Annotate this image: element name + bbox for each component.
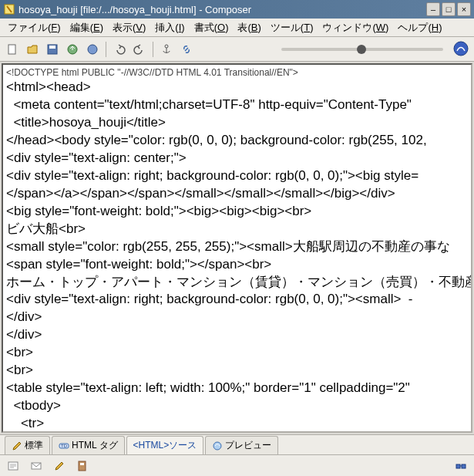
code-line: </head><body style="color: rgb(0, 0, 0);…	[6, 132, 468, 150]
status-mail-icon[interactable]	[28, 457, 45, 474]
svg-point-10	[213, 442, 221, 450]
preview-icon	[212, 441, 223, 451]
svg-rect-14	[80, 463, 84, 465]
status-compose-icon[interactable]	[5, 457, 22, 474]
minimize-button[interactable]: –	[426, 2, 440, 16]
tab-label: HTML タグ	[72, 439, 118, 452]
undo-button[interactable]	[110, 40, 129, 59]
code-line: <br>	[6, 344, 468, 362]
close-button[interactable]: ×	[457, 2, 471, 16]
svg-rect-15	[456, 464, 460, 468]
menu-insert[interactable]: 挿入(I)	[150, 19, 189, 36]
code-line: <div style="text-align: right; backgroun…	[6, 291, 468, 309]
code-line: <meta content="text/html;charset=UTF-8" …	[6, 96, 468, 114]
code-line: <big style="font-weight: bold;"><big><bi…	[6, 203, 468, 221]
menu-help[interactable]: ヘルプ(H)	[393, 19, 446, 36]
window-title: hosoya_houji [file:/.../hosoya_houji.htm…	[18, 4, 425, 15]
status-edit-icon[interactable]	[51, 457, 68, 474]
pencil-icon	[12, 441, 22, 451]
menubar: ファイル(F) 編集(E) 表示(V) 挿入(I) 書式(O) 表(B) ツール…	[0, 19, 474, 37]
link-button[interactable]	[177, 40, 196, 59]
code-line: <div style="text-align: right; backgroun…	[6, 167, 468, 185]
menu-table[interactable]: 表(B)	[233, 19, 265, 36]
bottom-tabs: 標準 TD HTML タグ <HTML>ソース プレビュー	[0, 434, 474, 454]
redo-button[interactable]	[130, 40, 149, 59]
tag-icon: TD	[59, 441, 69, 451]
svg-rect-3	[49, 46, 55, 49]
source-editor[interactable]: <!DOCTYPE html PUBLIC "-//W3C//DTD HTML …	[2, 63, 472, 433]
code-line: <br>	[6, 362, 468, 380]
browse-button[interactable]	[83, 40, 102, 59]
code-line: ビバ大船<br>	[6, 221, 468, 238]
tab-normal[interactable]: 標準	[5, 436, 50, 454]
save-button[interactable]	[43, 40, 62, 59]
menu-tools[interactable]: ツール(T)	[266, 19, 318, 36]
menu-format[interactable]: 書式(O)	[190, 19, 234, 36]
code-line: <span style="font-weight: bold;"></span>…	[6, 256, 468, 274]
tab-label: プレビュー	[225, 439, 271, 452]
code-line: <small style="color: rgb(255, 255, 255);…	[6, 238, 468, 256]
status-online-icon[interactable]	[452, 457, 469, 474]
slider-thumb[interactable]	[357, 45, 366, 54]
menu-view[interactable]: 表示(V)	[108, 19, 150, 36]
titlebar: hosoya_houji [file:/.../hosoya_houji.htm…	[0, 0, 474, 19]
toolbar-separator	[106, 42, 106, 57]
svg-point-7	[454, 42, 468, 56]
svg-text:TD: TD	[61, 444, 68, 448]
tab-label: 標準	[25, 439, 43, 452]
app-logo-icon	[452, 40, 469, 57]
statusbar	[0, 454, 474, 476]
code-line: <tbody>	[6, 397, 468, 415]
app-icon	[3, 3, 15, 15]
code-line: <table style="text-align: left; width: 1…	[6, 380, 468, 397]
open-button[interactable]	[23, 40, 42, 59]
tab-htmltags[interactable]: TD HTML タグ	[52, 436, 125, 454]
svg-point-6	[165, 45, 168, 48]
code-line: <title>hosoya_houji</title>	[6, 114, 468, 132]
toolbar	[0, 37, 474, 62]
status-addressbook-icon[interactable]	[74, 457, 91, 474]
tab-source[interactable]: <HTML>ソース	[126, 436, 204, 454]
code-line: <div style="text-align: center;">	[6, 150, 468, 167]
code-line: </span></a></span></span></small></small…	[6, 185, 468, 203]
menu-window[interactable]: ウィンドウ(W)	[318, 19, 393, 36]
menu-edit[interactable]: 編集(E)	[66, 19, 108, 36]
new-button[interactable]	[3, 40, 22, 59]
publish-button[interactable]	[63, 40, 82, 59]
code-line: </div>	[6, 326, 468, 344]
tab-preview[interactable]: プレビュー	[205, 436, 278, 454]
code-line: ホーム・トップ・アパート・マンション（賃貸）・マンション（売買）・不動産(売	[6, 274, 468, 292]
svg-point-5	[88, 45, 97, 54]
svg-rect-16	[462, 464, 466, 468]
tab-label: <HTML>ソース	[133, 439, 197, 452]
doctype-line: <!DOCTYPE html PUBLIC "-//W3C//DTD HTML …	[6, 66, 468, 79]
maximize-button[interactable]: □	[442, 2, 456, 16]
anchor-button[interactable]	[157, 40, 176, 59]
svg-rect-13	[79, 461, 86, 471]
menu-file[interactable]: ファイル(F)	[3, 19, 66, 36]
code-line: <html><head>	[6, 79, 468, 96]
code-line: <tr>	[6, 415, 468, 433]
toolbar-separator-2	[153, 42, 153, 57]
code-line: </div>	[6, 309, 468, 326]
svg-rect-1	[8, 45, 15, 54]
